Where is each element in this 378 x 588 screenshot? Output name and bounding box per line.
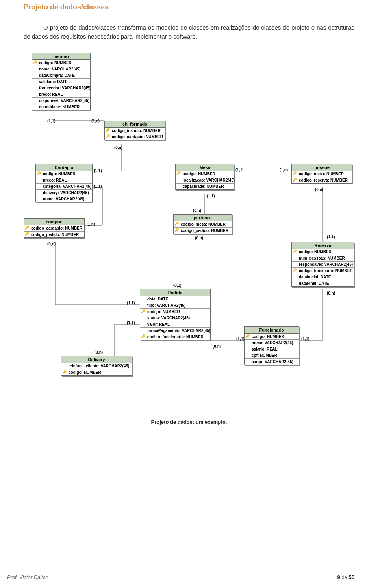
entity-rows: codigo_insumo: NUMBERcodigo_cardapio: NU… xyxy=(105,128,165,140)
entity-attribute: localizacao: VARCHAR2(45) xyxy=(176,177,234,184)
entity-attribute: codigo: NUMBER xyxy=(36,171,92,177)
entity-attribute: dataInicial: DATE xyxy=(292,274,354,280)
entity-attribute: codigo: NUMBER xyxy=(176,171,234,177)
entity-rows: codigo_cardapio: NUMBERcodigo_pedido: NU… xyxy=(24,225,84,237)
entity-attribute: codigo_cardapio: NUMBER xyxy=(105,134,165,140)
entity-attribute: quantidade: NUMBER xyxy=(32,104,90,110)
footer-page: 9 de 55 xyxy=(337,574,354,580)
entity-header: possue xyxy=(292,164,352,171)
entity-reserva: Reserva codigo: NUMBERnum_pessoas: NUMBE… xyxy=(291,242,354,287)
entity-attribute: dataFinal: DATE xyxy=(292,280,354,286)
entity-attribute: codigo: NUMBER xyxy=(61,369,132,375)
entity-attribute: nome: VARCHAR2(45) xyxy=(36,196,92,202)
entity-attribute: codigo_pedido: NUMBER xyxy=(174,228,232,234)
page-sep: de xyxy=(341,574,347,580)
entity-rows: codigo: NUMBERnome: VARCHAR2(45)salario:… xyxy=(245,334,299,365)
cardinality: (0,n) xyxy=(47,242,56,246)
page-footer: Prof. Victor Dalton 9 de 55 xyxy=(7,574,354,580)
entity-attribute: cpf: NUMBER xyxy=(245,352,299,359)
entity-attribute: salario: REAL xyxy=(245,346,299,352)
entity-funcionario: Funcionario codigo: NUMBERnome: VARCHAR2… xyxy=(244,326,299,365)
cardinality: (1,1) xyxy=(236,337,245,341)
entity-attribute: codigo_funcinario: NUMBER xyxy=(292,268,354,274)
entity-attribute: formaPagamento: VARCHAR2(45) xyxy=(140,328,210,334)
figure-caption: Projeto de dados: um exemplo. xyxy=(24,419,354,425)
cardinality: (0,n) xyxy=(94,350,103,354)
entity-delivery: Delivery telefone_cliente: VARCHAR2(45)c… xyxy=(61,356,132,376)
cardinality: (0,n) xyxy=(327,291,335,295)
entity-header: pertence xyxy=(174,215,232,221)
entity-attribute: codigo_reserva: NUMBER xyxy=(292,177,352,183)
cardinality: (1,1) xyxy=(235,168,244,172)
entity-attribute: fornecedor: VARCHAR2(45) xyxy=(32,85,90,91)
cardinality: (1,n) xyxy=(280,168,288,172)
cardinality: (0,n) xyxy=(193,208,201,213)
entity-attribute: tipo: VARCHAR2(45) xyxy=(140,302,210,309)
entity-mesa: Mesa codigo: NUMBERlocalizacao: VARCHAR2… xyxy=(175,164,234,190)
page-total: 55 xyxy=(349,574,354,580)
entity-attribute: preco: REAL xyxy=(36,177,92,184)
cardinality: (0,n) xyxy=(114,145,122,150)
entity-header: Reserva xyxy=(292,242,354,249)
entity-attribute: delivery: VARCHAR2(45) xyxy=(36,190,92,196)
entity-rows: codigo_mesa: NUMBERcodigo_reserva: NUMBE… xyxy=(292,171,352,183)
cardinality: (1,1) xyxy=(47,119,56,123)
cardinality: (1,1) xyxy=(94,184,102,189)
cardinality: (1,1) xyxy=(94,169,102,173)
entity-attribute: valor: REAL xyxy=(140,321,210,328)
cardinality: (0,n) xyxy=(213,344,221,349)
entity-rows: data: DATEtipo: VARCHAR2(45)codigo: NUMB… xyxy=(140,296,210,340)
entity-attribute: codigo_cardapio: NUMBER xyxy=(24,225,84,232)
entity-pertence: pertence codigo_mesa: NUMBERcodigo_pedid… xyxy=(173,214,232,234)
entity-attribute: telefone_cliente: VARCHAR2(45) xyxy=(61,363,132,369)
entity-attribute: codigo: NUMBER xyxy=(292,249,354,255)
entity-rows: codigo: NUMBERpreco: REALcategoria: VARC… xyxy=(36,171,92,202)
entity-attribute: nome: VARCHAR2(45) xyxy=(32,66,90,72)
cardinality: (1,n) xyxy=(91,119,100,123)
entity-attribute: preco: REAL xyxy=(32,91,90,98)
entity-attribute: num_pessoas: NUMBER xyxy=(292,255,354,262)
entity-attribute: codigo_pedido: NUMBER xyxy=(24,232,84,237)
entity-eh-formado: eh_formado codigo_insumo: NUMBERcodigo_c… xyxy=(104,121,165,140)
entity-header: eh_formado xyxy=(105,121,165,128)
entity-attribute: codigo: NUMBER xyxy=(32,60,90,66)
cardinality: (0,n) xyxy=(195,236,203,240)
entity-compoe: compoe codigo_cardapio: NUMBERcodigo_ped… xyxy=(24,218,85,238)
cardinality: (0,1) xyxy=(173,283,182,288)
page-current: 9 xyxy=(337,574,340,580)
cardinality: (1,1) xyxy=(301,337,309,341)
entity-attribute: nome: VARCHAR2(45) xyxy=(245,340,299,346)
entity-attribute: disponivel: VARCHAR2(45) xyxy=(32,98,90,104)
entity-rows: codigo: NUMBERlocalizacao: VARCHAR2(45)c… xyxy=(176,171,234,189)
entity-rows: codigo: NUMBERnome: VARCHAR2(45)dataComp… xyxy=(32,60,90,110)
entity-attribute: codigo_mesa: NUMBER xyxy=(292,171,352,177)
entity-header: Funcionario xyxy=(245,327,299,334)
cardinality: (0,n) xyxy=(315,187,323,192)
entity-attribute: capacidade: NUMBER xyxy=(176,184,234,189)
entity-attribute: codigo: NUMBER xyxy=(140,309,210,315)
footer-author: Prof. Victor Dalton xyxy=(7,574,48,580)
entity-attribute: codigo_mesa: NUMBER xyxy=(174,221,232,228)
entity-rows: telefone_cliente: VARCHAR2(45)codigo: NU… xyxy=(61,363,132,375)
cardinality: (1,1) xyxy=(207,194,215,198)
entity-attribute: validade: DATE xyxy=(32,79,90,85)
section-title: Projeto de dados/classes xyxy=(24,0,354,23)
entity-attribute: responsavel: VARCHAR2(45) xyxy=(292,262,354,268)
entity-pedido: Pedido data: DATEtipo: VARCHAR2(45)codig… xyxy=(140,289,211,340)
entity-attribute: data: DATE xyxy=(140,296,210,302)
entity-rows: codigo: NUMBERnum_pessoas: NUMBERrespons… xyxy=(292,249,354,286)
entity-attribute: codigo_funcionario: NUMBER xyxy=(140,334,210,340)
entity-header: Cardapio xyxy=(36,164,92,171)
entity-header: Insumo xyxy=(32,53,90,60)
entity-attribute: dataCompra: DATE xyxy=(32,72,90,79)
entity-insumo: Insumo codigo: NUMBERnome: VARCHAR2(45)d… xyxy=(32,53,91,110)
entity-rows: codigo_mesa: NUMBERcodigo_pedido: NUMBER xyxy=(174,221,232,234)
entity-attribute: status: VARCHAR2(45) xyxy=(140,315,210,321)
entity-header: compoe xyxy=(24,219,84,225)
entity-header: Mesa xyxy=(176,164,234,171)
entity-header: Pedido xyxy=(140,289,210,296)
entity-attribute: codigo_insumo: NUMBER xyxy=(105,128,165,134)
entity-cardapio: Cardapio codigo: NUMBERpreco: REALcatego… xyxy=(35,164,93,202)
entity-header: Delivery xyxy=(61,356,132,363)
entity-attribute: categoria: VARCHAR2(45) xyxy=(36,184,92,190)
